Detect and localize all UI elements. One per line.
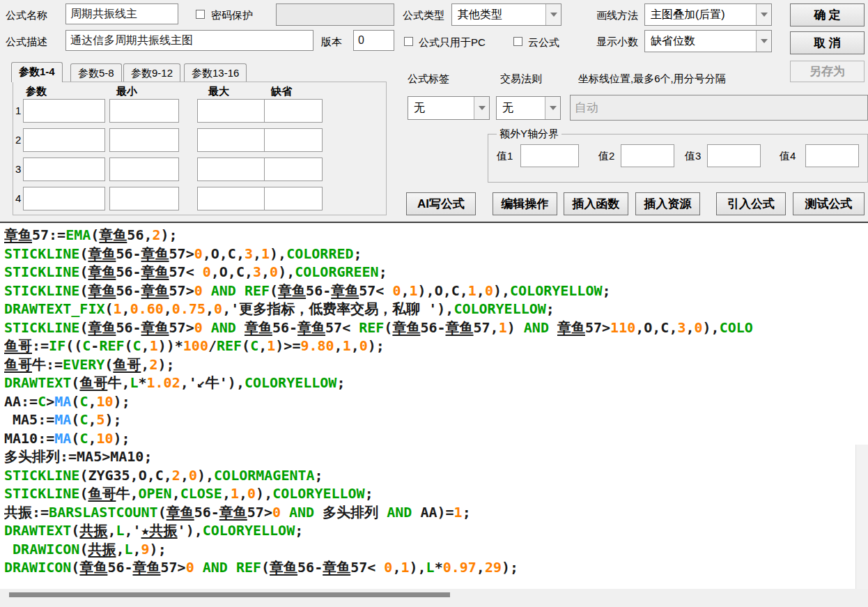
formula-code-editor[interactable]: 章鱼57:=EMA(章鱼56,2);STICKLINE(章鱼56-章鱼57>0,…	[0, 222, 868, 589]
param-input[interactable]	[23, 187, 105, 210]
param-max-input[interactable]	[197, 187, 267, 210]
import-formula-button[interactable]: 引入公式	[716, 192, 786, 215]
draw-method-label: 画线方法	[596, 9, 638, 22]
trade-rule-select[interactable]: 无	[496, 96, 561, 120]
param-input[interactable]	[23, 157, 105, 181]
draw-method-value: 主图叠加(后置)	[645, 8, 756, 22]
extra-y-axis-group: 额外Y轴分界 值1 值2 值3 值4	[488, 134, 868, 183]
param-row-number: 2	[15, 134, 21, 146]
y-value3-input[interactable]	[707, 144, 761, 167]
param-row-number: 3	[15, 163, 21, 175]
param-max-input[interactable]	[197, 128, 267, 152]
y-value1-input[interactable]	[520, 144, 579, 167]
param-row-number: 4	[15, 192, 21, 204]
y-value1-label: 值1	[497, 150, 513, 163]
cloud-formula-label: 云公式	[528, 36, 559, 49]
version-input[interactable]	[353, 30, 394, 51]
tab-params-1-4[interactable]: 参数1-4	[11, 62, 63, 82]
insert-function-button[interactable]: 插入函数	[564, 192, 628, 215]
col-header-default: 缺省	[271, 85, 292, 98]
pc-only-checkbox[interactable]	[404, 37, 413, 46]
tab-params-5-8[interactable]: 参数5-8	[70, 63, 122, 82]
formula-tag-value: 无	[408, 101, 474, 116]
password-protect-label: 密码保护	[211, 9, 253, 22]
extra-y-axis-legend: 额外Y轴分界	[497, 128, 561, 141]
col-header-param: 参数	[26, 85, 47, 98]
test-formula-button[interactable]: 测试公式	[793, 192, 865, 215]
param-default-input[interactable]	[264, 99, 323, 123]
dropdown-arrow-button[interactable]	[545, 97, 560, 119]
ai-write-formula-button[interactable]: AI写公式	[406, 192, 476, 215]
param-min-input[interactable]	[109, 128, 179, 152]
formula-name-label: 公式名称	[6, 9, 47, 22]
insert-resource-button[interactable]: 插入资源	[635, 192, 700, 215]
chevron-down-icon	[550, 106, 557, 110]
tab-params-9-12[interactable]: 参数9-12	[123, 63, 180, 82]
param-default-input[interactable]	[264, 187, 323, 210]
formula-tag-select[interactable]: 无	[408, 96, 490, 120]
version-label: 版本	[321, 36, 342, 49]
horizontal-scrollbar[interactable]	[0, 589, 868, 607]
horizontal-scrollbar-thumb[interactable]	[9, 592, 450, 597]
formula-type-select[interactable]: 其他类型	[451, 3, 561, 26]
y-value4-label: 值4	[780, 150, 796, 163]
param-row-number: 1	[15, 105, 21, 116]
draw-method-select[interactable]: 主图叠加(后置)	[644, 3, 772, 26]
formula-desc-input[interactable]	[65, 30, 313, 51]
formula-properties-panel: 公式名称 密码保护 公式类型 其他类型 画线方法 主图叠加(后置) 确 定 公式…	[0, 0, 868, 222]
edit-operations-button[interactable]: 编辑操作	[493, 192, 557, 215]
cancel-button[interactable]: 取 消	[790, 31, 865, 54]
y-value2-input[interactable]	[621, 144, 674, 167]
col-header-min: 最小	[116, 85, 137, 98]
param-min-input[interactable]	[109, 99, 179, 123]
y-value4-input[interactable]	[805, 144, 859, 167]
decimals-label: 显示小数	[596, 36, 638, 49]
y-value2-label: 值2	[598, 150, 614, 163]
param-default-input[interactable]	[264, 157, 323, 181]
param-input[interactable]	[23, 128, 105, 152]
param-input[interactable]	[23, 99, 105, 123]
dropdown-arrow-button[interactable]	[474, 97, 489, 119]
formula-type-value: 其他类型	[452, 8, 545, 22]
chevron-down-icon	[479, 106, 486, 110]
parameters-panel: 参数 最小 最大 缺省 1 2 3 4	[13, 82, 387, 215]
param-min-input[interactable]	[109, 187, 179, 210]
param-max-input[interactable]	[197, 157, 267, 181]
formula-tag-label: 公式标签	[408, 72, 449, 86]
tab-params-13-16[interactable]: 参数13-16	[184, 63, 247, 82]
col-header-max: 最大	[208, 85, 229, 98]
formula-name-input[interactable]	[65, 3, 178, 24]
password-protect-checkbox[interactable]	[196, 10, 205, 19]
chevron-down-icon	[761, 39, 768, 43]
dropdown-arrow-button[interactable]	[756, 31, 771, 52]
trade-rule-label: 交易法则	[500, 72, 542, 86]
chevron-down-icon	[761, 13, 768, 17]
param-default-input[interactable]	[264, 128, 323, 152]
dropdown-arrow-button[interactable]	[756, 4, 771, 25]
coordinate-line-input[interactable]	[570, 95, 868, 121]
formula-type-label: 公式类型	[403, 9, 444, 22]
param-min-input[interactable]	[109, 157, 179, 181]
chevron-down-icon	[550, 13, 557, 17]
pc-only-label: 公式只用于PC	[419, 36, 486, 49]
decimals-value: 缺省位数	[645, 34, 756, 49]
save-as-button[interactable]: 另存为	[790, 61, 865, 82]
coordinate-line-label: 坐标线位置,最多6个,用分号分隔	[578, 72, 726, 86]
formula-desc-label: 公式描述	[6, 36, 47, 49]
trade-rule-value: 无	[497, 101, 545, 116]
y-value3-label: 值3	[685, 150, 701, 163]
formula-code-text[interactable]: 章鱼57:=EMA(章鱼56,2);STICKLINE(章鱼56-章鱼57>0,…	[4, 226, 855, 587]
ok-button[interactable]: 确 定	[790, 3, 865, 26]
decimals-select[interactable]: 缺省位数	[644, 30, 772, 52]
vertical-scrollbar[interactable]	[855, 445, 868, 589]
cloud-formula-checkbox[interactable]	[513, 37, 522, 46]
dropdown-arrow-button[interactable]	[545, 4, 561, 25]
password-input	[276, 3, 394, 26]
param-max-input[interactable]	[197, 99, 267, 123]
